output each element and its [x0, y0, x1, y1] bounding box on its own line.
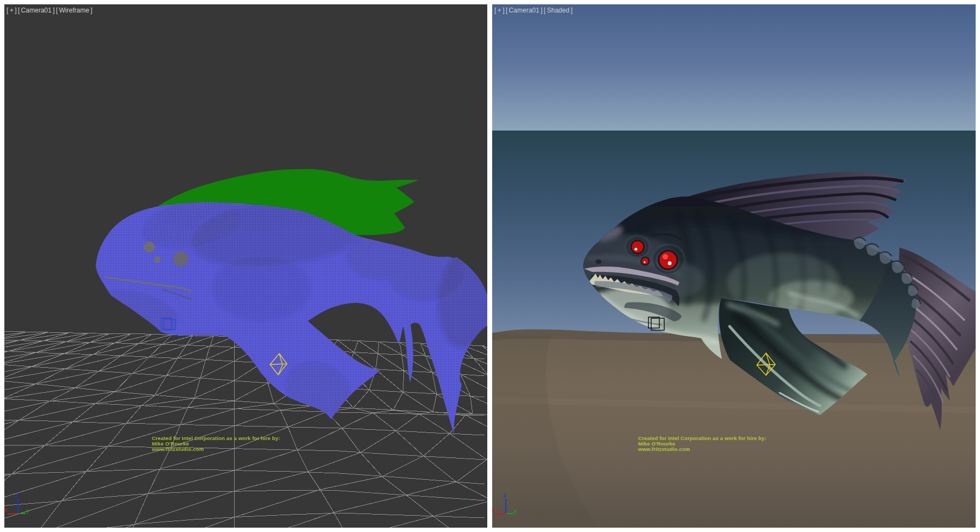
svg-text:www.fritzstudio.com: www.fritzstudio.com	[151, 446, 204, 452]
svg-text:www.fritzstudio.com: www.fritzstudio.com	[638, 446, 690, 452]
svg-text:Z: Z	[503, 493, 506, 498]
svg-text:X: X	[4, 508, 8, 513]
svg-text:Z: Z	[15, 493, 19, 498]
svg-text:X: X	[492, 508, 495, 513]
svg-text:y: y	[26, 508, 29, 514]
svg-text:y: y	[514, 508, 517, 514]
